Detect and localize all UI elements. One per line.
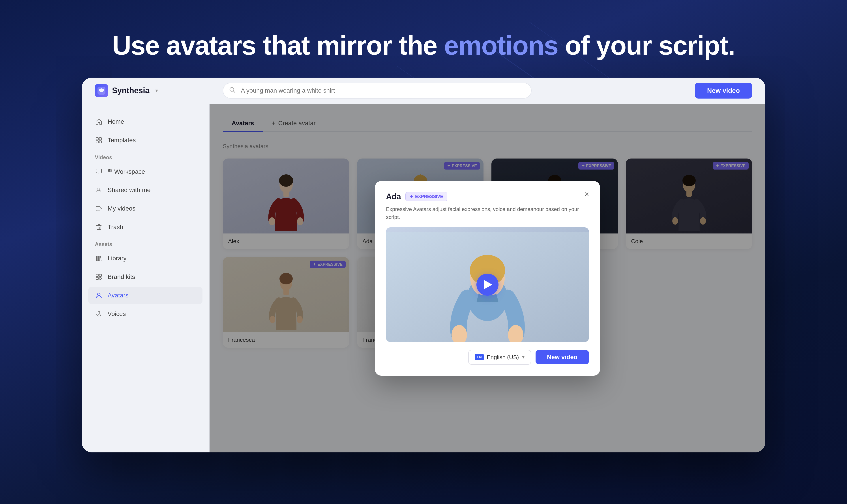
modal-header: Ada ✦ EXPRESSIVE	[386, 192, 589, 201]
search-icon	[229, 87, 235, 95]
svg-rect-22	[99, 256, 100, 261]
flag-text: EN	[477, 355, 481, 359]
svg-rect-9	[99, 141, 102, 143]
templates-icon	[95, 136, 103, 144]
modal-badge-icon: ✦	[410, 194, 413, 199]
sidebar-label-templates: Templates	[108, 137, 136, 144]
brand-kits-icon	[95, 273, 103, 281]
workspace-icon	[95, 167, 103, 176]
top-bar: Synthesia ▾ New video	[82, 78, 765, 104]
search-bar[interactable]	[223, 83, 532, 98]
sidebar-label-brand-kits: Brand kits	[108, 273, 135, 281]
voices-icon	[95, 310, 103, 318]
play-icon	[484, 280, 492, 289]
sidebar-label-workspace: ⁸⁸ Workspace	[108, 168, 145, 175]
modal-expressive-badge: ✦ EXPRESSIVE	[405, 192, 447, 201]
logo-icon	[95, 84, 108, 97]
svg-rect-23	[96, 274, 99, 276]
sidebar-label-trash: Trash	[108, 223, 123, 231]
svg-point-13	[98, 188, 100, 190]
sidebar-item-templates[interactable]: Templates	[88, 131, 202, 149]
search-input[interactable]	[223, 83, 532, 98]
shared-icon	[95, 186, 103, 194]
sidebar-label-home: Home	[108, 118, 124, 125]
hero-title-accent: emotions	[444, 31, 558, 60]
sidebar-label-library: Library	[108, 255, 127, 262]
sidebar-label-avatars: Avatars	[108, 292, 128, 299]
svg-rect-10	[96, 169, 102, 173]
svg-rect-24	[99, 274, 102, 276]
svg-rect-14	[96, 206, 100, 211]
sidebar-item-brand-kits[interactable]: Brand kits	[88, 268, 202, 286]
ada-modal: Ada ✦ EXPRESSIVE Expressive Avatars adju…	[375, 181, 600, 376]
avatars-icon	[95, 291, 103, 300]
my-videos-icon	[95, 204, 103, 213]
svg-rect-25	[96, 277, 99, 280]
sidebar-item-workspace[interactable]: ⁸⁸ Workspace	[88, 163, 202, 180]
sidebar-item-library[interactable]: Library	[88, 250, 202, 267]
svg-rect-7	[99, 138, 102, 140]
language-chevron-icon: ▾	[522, 354, 525, 360]
language-flag: EN	[475, 354, 484, 360]
sidebar-item-my-videos[interactable]: My videos	[88, 200, 202, 217]
sidebar-item-shared[interactable]: Shared with me	[88, 181, 202, 199]
logo-chevron-icon: ▾	[155, 88, 158, 94]
modal-video-preview[interactable]	[386, 227, 589, 342]
modal-badge-label: EXPRESSIVE	[415, 194, 443, 199]
sidebar-item-trash[interactable]: Trash	[88, 218, 202, 236]
sidebar-section-videos: Videos	[88, 150, 202, 163]
logo-text: Synthesia	[112, 86, 149, 95]
modal-footer: EN English (US) ▾ New video	[386, 350, 589, 365]
logo-area: Synthesia ▾	[95, 84, 223, 97]
sidebar-item-avatars[interactable]: Avatars	[88, 287, 202, 304]
sidebar-item-voices[interactable]: Voices	[88, 305, 202, 323]
app-window: Synthesia ▾ New video	[82, 78, 765, 452]
trash-icon	[95, 223, 103, 231]
sidebar: Home Templates Videos	[82, 104, 210, 452]
home-icon	[95, 118, 103, 126]
modal-close-button[interactable]: ×	[580, 187, 593, 201]
sidebar-item-home[interactable]: Home	[88, 113, 202, 130]
svg-rect-6	[96, 138, 99, 140]
language-selector[interactable]: EN English (US) ▾	[468, 350, 531, 365]
main-area: Home Templates Videos	[82, 104, 765, 452]
svg-point-26	[99, 277, 102, 280]
modal-overlay[interactable]: Ada ✦ EXPRESSIVE Expressive Avatars adju…	[210, 104, 765, 452]
play-button[interactable]	[476, 274, 498, 296]
svg-rect-28	[98, 311, 100, 314]
sidebar-label-my-videos: My videos	[108, 205, 136, 212]
hero-title-part1: Use avatars that mirror the	[112, 31, 444, 60]
modal-new-video-button[interactable]: New video	[535, 350, 589, 364]
new-video-button[interactable]: New video	[695, 83, 752, 98]
sidebar-label-shared: Shared with me	[108, 186, 151, 194]
hero-title-part2: of your script.	[558, 31, 735, 60]
sidebar-label-voices: Voices	[108, 310, 126, 318]
modal-avatar-name: Ada	[386, 192, 401, 201]
modal-description: Expressive Avatars adjust facial express…	[386, 205, 589, 221]
svg-rect-8	[96, 141, 99, 143]
sidebar-section-assets: Assets	[88, 237, 202, 250]
svg-rect-21	[96, 256, 98, 261]
library-icon	[95, 254, 103, 263]
hero-section: Use avatars that mirror the emotions of …	[112, 31, 735, 60]
language-label: English (US)	[487, 354, 519, 361]
svg-point-27	[98, 293, 100, 296]
svg-line-5	[233, 91, 235, 93]
content-area: Avatars + Create avatar Synthesia avatar…	[210, 104, 765, 452]
